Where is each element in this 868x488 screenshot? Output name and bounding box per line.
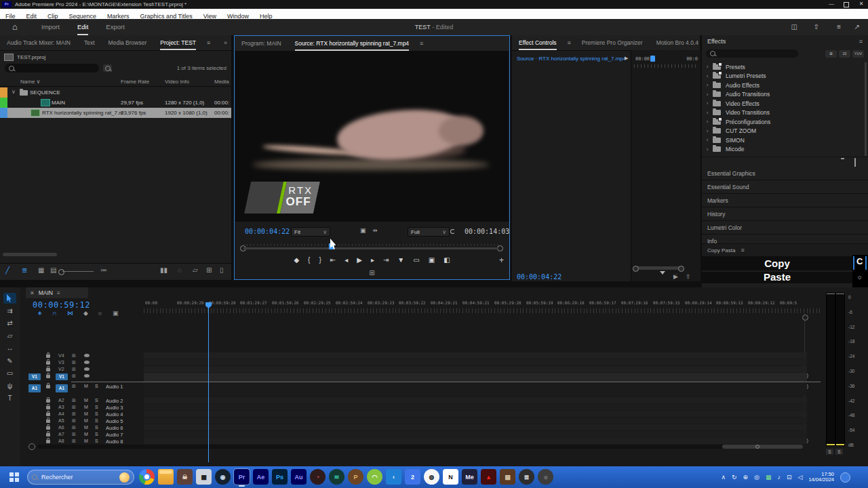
column-header-media[interactable]: Media [214, 79, 229, 85]
taskbar-app-dark[interactable]: ◔ [310, 469, 326, 485]
project-row-rtx-horizontally-spinning-rat-7-m[interactable]: RTX horizontally spinning rat_7.m23,976 … [0, 108, 231, 118]
effect-controls-source-line[interactable]: Source · RTX horizontally spinning rat_7… [517, 56, 626, 62]
sync-lock-icon[interactable]: ⊞ [72, 353, 76, 358]
overwrite-button[interactable]: ▭ [413, 255, 419, 266]
export-frame-button[interactable]: ▣ [429, 255, 435, 266]
mark-out-button[interactable]: } [319, 255, 321, 266]
tray-mic-icon[interactable]: ♪ [777, 474, 781, 481]
panel-menu-icon[interactable]: ≡ [741, 247, 745, 253]
hscroll-dot[interactable] [755, 445, 760, 449]
gear-icon[interactable]: ☼ [856, 273, 863, 281]
effects-scrollbar[interactable] [865, 62, 867, 156]
panel-header-history[interactable]: History [702, 207, 868, 221]
track-id-label[interactable]: A5 [58, 418, 64, 423]
solo-button[interactable]: S [95, 425, 98, 430]
icon-view-button[interactable]: ▦ [38, 266, 44, 274]
label-swatch[interactable] [0, 108, 7, 118]
32bit-filter[interactable]: 32 [839, 50, 850, 58]
solo-left-button[interactable]: S [826, 449, 833, 455]
sync-lock-icon[interactable]: ⊞ [72, 373, 76, 378]
tab-media-browser[interactable]: Media Browser [108, 36, 147, 50]
track-name-label[interactable]: Audio 5 [106, 418, 123, 424]
panel-header-info[interactable]: Info [702, 235, 868, 244]
taskbar-app-key[interactable]: P [348, 469, 363, 485]
collapsed-panel-edge[interactable]: C ☼ [852, 255, 868, 287]
track-id-label[interactable]: V4 [58, 353, 64, 358]
mute-button[interactable]: M [84, 432, 88, 436]
minimize-button[interactable]: — [825, 0, 838, 9]
taskbar-notion[interactable]: N [443, 469, 458, 485]
track-output-eye-icon[interactable] [84, 367, 90, 371]
track-id-label[interactable]: A8 [58, 439, 64, 443]
chevron-right-icon[interactable]: › [702, 128, 713, 134]
taskbar-after-effects[interactable]: Ae [253, 469, 269, 485]
step-forward-button[interactable]: ▸ [371, 255, 374, 266]
timeline-hscrollbar[interactable] [37, 445, 803, 449]
snap-toggle[interactable]: ∩ [52, 310, 56, 317]
accelerated-effects-filter[interactable]: ⊞ [825, 50, 837, 58]
chevron-right-icon[interactable]: › [702, 137, 713, 143]
weather-widget-icon[interactable] [119, 472, 130, 483]
timeline-zoom-out-handle[interactable] [28, 443, 35, 450]
video-track-lane-v3[interactable] [144, 359, 807, 365]
ecp-scroll-handle-right[interactable] [678, 266, 684, 272]
play-button[interactable]: ▶ [357, 255, 362, 266]
sync-lock-icon[interactable]: ⊞ [72, 384, 76, 388]
timeline-settings-button[interactable]: ☼ [97, 310, 102, 317]
project-row-main[interactable]: MAIN29,97 fps1280 x 720 (1,0)00:00: [0, 98, 231, 108]
quick-export-icon[interactable]: ⇧ [814, 19, 819, 35]
track-header-a7[interactable]: A7⊞MSAudio 7 [27, 431, 144, 437]
source-patch-v1[interactable]: V1 [28, 373, 41, 380]
sync-lock-icon[interactable]: ⊞ [72, 432, 76, 436]
taskbar-premiere[interactable]: Pr [234, 469, 250, 485]
track-output-eye-icon[interactable] [84, 374, 90, 378]
chevron-right-icon[interactable]: › [702, 110, 713, 116]
effects-item-video-transitions[interactable]: ›Video Transitions [702, 108, 865, 118]
search-options-button[interactable] [103, 64, 112, 72]
taskbar-audition[interactable]: Au [291, 469, 307, 485]
sync-lock-icon[interactable]: ⊞ [72, 405, 76, 409]
effects-item-video-effects[interactable]: ›Video Effects [702, 99, 865, 108]
effects-item-audio-transitions[interactable]: ›Audio Transitions [702, 90, 865, 100]
taskbar-search[interactable]: Rechercher [27, 470, 134, 485]
chevron-right-icon[interactable]: › [702, 73, 713, 79]
add-marker-button[interactable]: ◆ [294, 255, 299, 266]
tray-expand-icon[interactable]: ∧ [721, 474, 726, 481]
zoom-slider[interactable] [62, 271, 94, 272]
panel-header-essential-sound[interactable]: Essential Sound [702, 180, 868, 194]
chevron-right-icon[interactable]: › [702, 64, 713, 70]
sort-button[interactable]: ≔ [100, 266, 107, 274]
track-output-eye-icon[interactable] [84, 354, 90, 357]
source-scrubber[interactable] [235, 243, 509, 253]
track-header-a4[interactable]: A4⊞MSAudio 4 [27, 411, 144, 417]
taskbar-medal[interactable]: Me [462, 469, 477, 485]
taskbar-settings[interactable]: ☼ [538, 469, 553, 485]
panel-menu-icon[interactable]: ≡ [568, 39, 571, 46]
ecp-scrollbar[interactable] [634, 266, 683, 270]
freeform-view-button[interactable]: ▤ [50, 266, 56, 274]
mute-button[interactable]: M [84, 439, 88, 443]
lock-icon[interactable] [46, 375, 50, 378]
track-header-a2[interactable]: A2⊞MSAudio 2 [27, 397, 144, 403]
scrub-track[interactable] [243, 247, 498, 249]
writable-toggle[interactable]: ╱ [5, 266, 9, 274]
tab-edit[interactable]: Edit [77, 19, 88, 35]
hand-tool[interactable]: ψ [3, 381, 16, 392]
tab-premiere-pro-organizer[interactable]: Premiere Pro Organizer [582, 36, 643, 50]
track-header-a8[interactable]: A8⊞MSAudio 8 [27, 438, 144, 444]
lock-icon[interactable] [46, 440, 50, 443]
start-button[interactable] [9, 472, 14, 476]
sync-lock-icon[interactable]: ⊞ [72, 439, 76, 443]
delete-button[interactable]: ▯ [220, 266, 224, 274]
lock-icon[interactable] [46, 399, 50, 403]
taskbar-app-green[interactable]: ◠ [367, 469, 382, 485]
track-id-label[interactable]: A7 [58, 432, 64, 436]
lock-icon[interactable] [46, 406, 50, 409]
taskbar-github[interactable]: ◍ [424, 469, 439, 485]
solo-button[interactable]: S [95, 398, 98, 403]
sync-lock-icon[interactable]: ⊞ [72, 360, 76, 365]
filter-effects-icon[interactable] [660, 274, 665, 281]
effects-item-pr-configurations[interactable]: ›Préconfigurations [702, 117, 865, 127]
tab-source-rtx-horizontally-spinning-rat-7-mp4[interactable]: Source: RTX horizontally spinning rat_7.… [295, 37, 410, 51]
yuv-filter[interactable]: YUV [852, 50, 864, 58]
